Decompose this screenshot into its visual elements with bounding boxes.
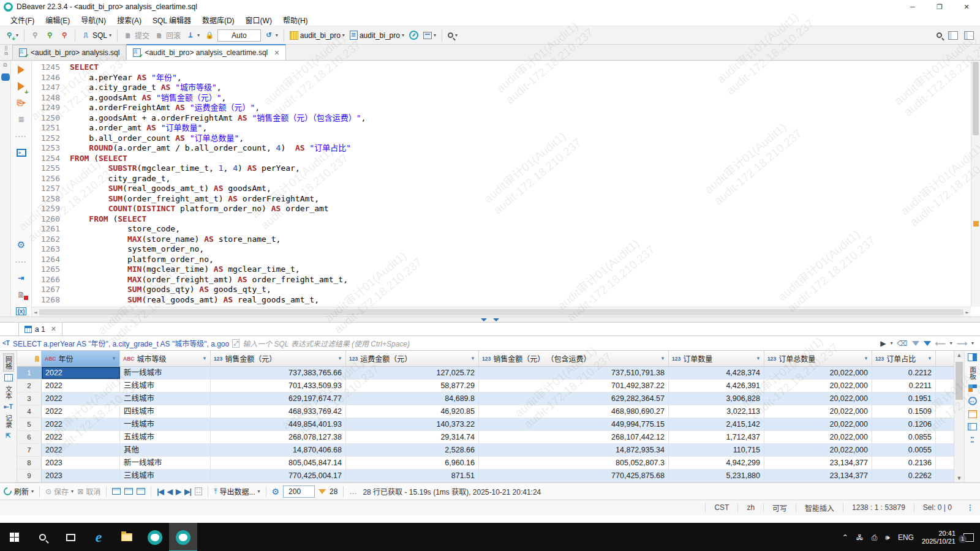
scroll-left-arrow[interactable]: ◄ — [34, 309, 37, 315]
next-row-button[interactable]: ▶ — [176, 487, 181, 496]
grid-cell[interactable]: 4,942,299 — [669, 457, 764, 469]
file-error-icon[interactable]: 🗎 — [16, 289, 27, 300]
grid-cell[interactable]: 4,428,374 — [669, 367, 764, 379]
column-menu-icon[interactable]: ▼ — [470, 356, 475, 361]
table-row[interactable]: 72022其他14,870,406.682,528.6614,872,935.3… — [17, 444, 954, 457]
table-row[interactable]: 82023新一线城市805,045,847.146,960.16805,052,… — [17, 457, 954, 470]
scroll-right-arrow[interactable]: ► — [966, 309, 969, 315]
grid-cell[interactable]: 三线城市 — [120, 380, 211, 392]
grid-cell[interactable]: 5,231,880 — [669, 470, 764, 482]
menu-item-7[interactable]: 帮助(H) — [277, 13, 314, 26]
grid-cell[interactable]: 新一线城市 — [120, 457, 211, 469]
code-line[interactable]: 1262 MAX(store_name) AS store_name_t, — [32, 234, 970, 245]
code-line[interactable]: 1258 SUM(order_freight_amt_t) AS orderFr… — [32, 194, 970, 204]
taskbar-clock[interactable]: 20:41 2025/10/21 — [922, 530, 956, 545]
editor-vertical-scrollbar[interactable] — [971, 61, 980, 307]
grid-cell[interactable]: 629,282,364.57 — [479, 392, 669, 405]
grid-vertical-scrollbar[interactable]: ▲ ▼ — [954, 351, 964, 482]
grid-settings-icon[interactable]: ⚙ — [272, 487, 280, 497]
sql-editor-menu[interactable]: ⎍SQL▾ — [79, 29, 113, 42]
code-line[interactable]: 1249 a.orderFreightAmt AS "运费金额（元）", — [32, 103, 970, 113]
grid-cell[interactable]: 84,689.8 — [346, 392, 479, 405]
volume-tray-icon[interactable]: 🕪 — [885, 533, 890, 542]
scrollbar-thumb[interactable] — [39, 309, 963, 315]
code-line[interactable]: 1246 a.perYear AS "年份", — [32, 73, 970, 83]
result-tab-close-icon[interactable]: ✕ — [51, 325, 56, 333]
transaction-mode-button[interactable]: Ʇ▾ — [184, 29, 202, 42]
menu-item-2[interactable]: 导航(N) — [75, 13, 111, 26]
result-tab-a1[interactable]: a 1 ✕ — [18, 322, 62, 335]
row-number[interactable]: 2 — [17, 380, 42, 392]
grid-cell[interactable]: 127,025.72 — [346, 367, 479, 379]
grid-cell[interactable]: 871.51 — [346, 470, 479, 482]
code-line[interactable]: 1260 FROM (SELECT — [32, 214, 970, 225]
code-line[interactable]: 1247 a.city_grade_t AS "城市等级", — [32, 83, 970, 93]
panel-toggle-icon-3[interactable] — [137, 488, 145, 495]
pixel-grid-icon[interactable] — [968, 384, 977, 392]
code-line[interactable]: 1259 COUNT(DISTINCT platform_order_no) A… — [32, 204, 970, 214]
grid-cell[interactable]: 2022 — [42, 405, 120, 418]
menu-item-5[interactable]: 数据库(D) — [197, 13, 240, 26]
table-row[interactable]: 42022四线城市468,933,769.4246,920.85468,980,… — [17, 405, 954, 418]
grid-cell[interactable]: 449,854,401.93 — [211, 418, 346, 430]
row-number[interactable]: 9 — [17, 470, 42, 482]
grid-cell[interactable]: 4,426,391 — [669, 380, 764, 392]
scroll-up-arrow[interactable]: ▲ — [954, 352, 964, 358]
grid-cell[interactable]: 23,134,377 — [764, 470, 872, 482]
code-line[interactable]: 1254FROM (SELECT — [32, 154, 970, 164]
perspective-icon[interactable] — [964, 31, 974, 40]
presentation-icon-0[interactable] — [4, 374, 13, 381]
column-header-1[interactable]: ABC城市等级▼ — [120, 351, 211, 366]
apply-filter-icon[interactable]: ▶ — [880, 339, 886, 348]
usb-tray-icon[interactable]: 🖧 — [856, 533, 864, 542]
action-center-icon[interactable]: 1 — [963, 533, 974, 542]
grid-cell[interactable]: 0.2211 — [872, 380, 936, 392]
last-row-button[interactable]: ▶| — [184, 487, 191, 496]
grid-cell[interactable]: 140,373.22 — [346, 418, 479, 430]
column-menu-icon[interactable]: ▼ — [111, 356, 116, 361]
filter-dropdown-icon[interactable]: ▾ — [891, 340, 893, 346]
grid-cell[interactable]: 0.2212 — [872, 367, 936, 379]
commit-mode-select[interactable]: Auto — [217, 29, 261, 42]
search-menu[interactable]: ▾ — [446, 31, 459, 39]
grid-cell[interactable]: 701,433,509.93 — [211, 380, 346, 392]
code-line[interactable]: 1251 a.order_amt AS "订单数量", — [32, 123, 970, 133]
row-filter-icon[interactable] — [318, 489, 326, 494]
grid-cell[interactable]: 0.2262 — [872, 470, 936, 482]
code-line[interactable]: 1266 MAX(order_freight_amt) AS order_fre… — [32, 275, 970, 285]
menu-item-1[interactable]: 编辑(E) — [40, 13, 75, 26]
grid-cell[interactable]: 20,022,000 — [764, 431, 872, 443]
file-explorer-button[interactable] — [113, 523, 141, 551]
grid-cell[interactable]: 2023 — [42, 457, 120, 469]
execute-statement-button[interactable] — [16, 64, 27, 75]
taskbar-search-button[interactable] — [28, 523, 56, 551]
presentation-tab-2[interactable]: 记录 — [4, 413, 13, 430]
minimize-button[interactable]: ─ — [899, 0, 926, 13]
code-area[interactable]: 1245SELECT1246 a.perYear AS "年份",1247 a.… — [32, 61, 980, 317]
reconnect-button[interactable]: ⚲ — [43, 29, 56, 42]
settings-button[interactable]: ⚙ — [16, 239, 27, 250]
grid-cell[interactable]: 0.1951 — [872, 392, 936, 405]
grid-cell[interactable]: 2023 — [42, 470, 120, 482]
menu-item-3[interactable]: 搜索(A) — [111, 13, 147, 26]
panel-toggle-icon-1[interactable] — [112, 488, 121, 495]
overflow-ellipsis[interactable]: … — [349, 487, 356, 496]
presentation-tab-0[interactable]: 网格 — [3, 353, 14, 372]
start-button[interactable] — [0, 523, 28, 551]
history-forward-icon[interactable]: ⟶ — [957, 339, 967, 348]
grid-cell[interactable]: 58,877.29 — [346, 380, 479, 392]
filter-expand-icon[interactable]: ⤢ — [232, 339, 239, 348]
grid-cell[interactable]: 0.1206 — [872, 418, 936, 430]
schema-selector[interactable]: audit_bi_pro▾ — [348, 29, 406, 41]
table-row[interactable]: 62022五线城市268,078,127.3829,314.74268,107,… — [17, 431, 954, 444]
column-header-3[interactable]: 123运费金额（元）▼ — [346, 351, 479, 366]
database-selector[interactable]: audit_bi_pro▾ — [288, 30, 347, 41]
value-viewer-panel-icon[interactable] — [968, 353, 977, 361]
grid-cell[interactable]: 805,052,807.3 — [479, 457, 669, 469]
execute-script-button[interactable]: ⎘▸ — [16, 97, 27, 108]
grid-cell[interactable]: 20,022,000 — [764, 418, 872, 430]
table-row[interactable]: 32022二线城市629,197,674.7784,689.8629,282,3… — [17, 392, 954, 405]
code-line[interactable]: 1267 SUM(goods_qty) AS goods_qty_t, — [32, 285, 970, 295]
grid-cell[interactable]: 20,022,000 — [764, 392, 872, 405]
grid-cell[interactable]: 46,920.85 — [346, 405, 479, 418]
